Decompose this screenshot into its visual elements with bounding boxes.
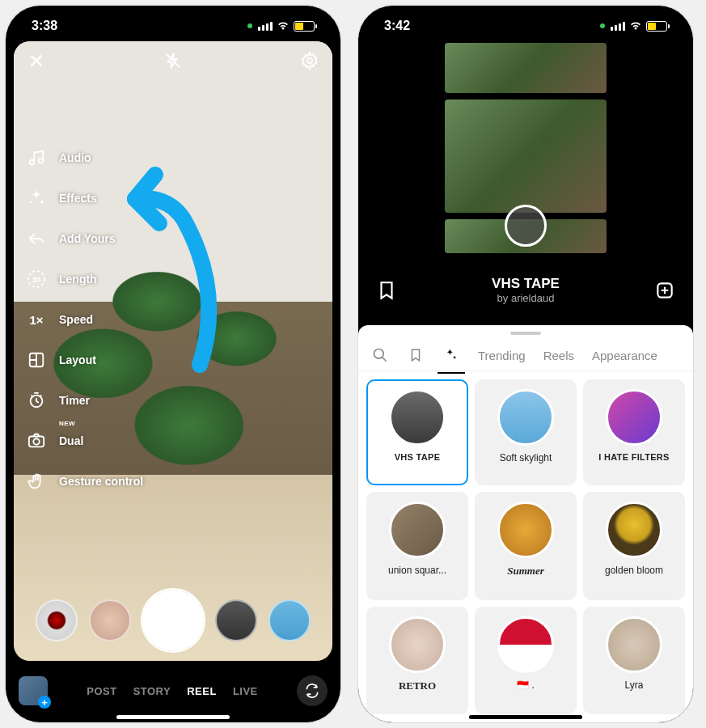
control-dual-label: Dual bbox=[59, 434, 83, 447]
effect-thumb-next1[interactable] bbox=[215, 599, 257, 641]
control-layout-label: Layout bbox=[59, 353, 96, 366]
settings-icon[interactable] bbox=[298, 49, 321, 72]
svg-point-8 bbox=[33, 438, 39, 444]
preview-effect-ring[interactable] bbox=[505, 205, 547, 247]
bottom-bar: POST STORY REEL LIVE bbox=[6, 667, 340, 714]
effect-thumb-icon bbox=[606, 502, 662, 558]
music-icon bbox=[25, 146, 48, 169]
status-right bbox=[247, 21, 315, 32]
effect-card-lyra[interactable]: Lyra bbox=[583, 607, 685, 714]
sparkle-icon bbox=[25, 187, 48, 210]
control-timer[interactable]: Timer bbox=[25, 389, 143, 412]
effect-thumb-icon bbox=[606, 389, 662, 446]
effect-card-retro[interactable]: RETRO bbox=[366, 607, 468, 714]
mode-story[interactable]: STORY bbox=[133, 685, 171, 697]
effect-card-label: 🇮🇩 . bbox=[517, 679, 535, 691]
mode-reel[interactable]: REEL bbox=[187, 685, 217, 697]
effect-thumb-icon bbox=[497, 616, 554, 673]
camera-top-row bbox=[25, 49, 321, 72]
tab-trending[interactable]: Trending bbox=[478, 349, 526, 362]
home-indicator[interactable] bbox=[469, 715, 582, 719]
wifi-icon bbox=[629, 21, 642, 31]
camera-icon bbox=[25, 430, 48, 452]
effect-card-summer[interactable]: Summer bbox=[475, 492, 577, 599]
control-layout[interactable]: Layout bbox=[25, 349, 143, 371]
effect-preview-area: VHS TAPE by arieldaud bbox=[358, 38, 693, 325]
preview-stack[interactable] bbox=[445, 43, 607, 253]
effect-carousel[interactable] bbox=[14, 588, 332, 653]
control-length-label: Length bbox=[59, 273, 97, 286]
effect-card-flag[interactable]: 🇮🇩 . bbox=[475, 607, 577, 714]
add-to-icon[interactable] bbox=[654, 280, 675, 301]
effect-thumb-prev1[interactable] bbox=[89, 599, 131, 641]
effects-grid[interactable]: VHS TAPE Soft skylight I HATE FILTERS un… bbox=[358, 371, 693, 722]
status-time: 3:38 bbox=[32, 19, 57, 33]
svg-point-0 bbox=[307, 58, 312, 63]
effect-card-label: Soft skylight bbox=[500, 452, 552, 463]
sheet-handle[interactable] bbox=[510, 332, 541, 335]
layout-icon bbox=[25, 349, 48, 371]
effect-card-label: golden bloom bbox=[605, 565, 663, 576]
control-add-yours[interactable]: Add Yours bbox=[25, 227, 143, 250]
mode-post[interactable]: POST bbox=[87, 685, 116, 697]
effect-thumb-icon bbox=[497, 502, 554, 558]
effect-card-union-square[interactable]: union squar... bbox=[366, 492, 468, 599]
controls-column: Audio Effects Add Yours 30 Length 1× Spe… bbox=[25, 146, 143, 493]
gallery-button[interactable] bbox=[19, 676, 48, 705]
effects-sheet: Trending Reels Appearance VHS TAPE Soft … bbox=[358, 325, 693, 722]
control-speed[interactable]: 1× Speed bbox=[25, 308, 143, 331]
wifi-icon bbox=[277, 21, 290, 31]
effect-card-soft-skylight[interactable]: Soft skylight bbox=[475, 379, 577, 485]
tab-saved-icon[interactable] bbox=[407, 346, 425, 364]
effect-card-label: Summer bbox=[507, 565, 544, 578]
control-gesture[interactable]: Gesture control bbox=[25, 470, 143, 493]
effect-thumb-prev2[interactable] bbox=[36, 599, 78, 641]
tab-reels[interactable]: Reels bbox=[543, 349, 574, 362]
preview-frame bbox=[445, 43, 607, 93]
battery-icon bbox=[646, 21, 667, 32]
effect-thumb-icon bbox=[497, 389, 554, 446]
effect-author[interactable]: by arieldaud bbox=[492, 292, 560, 304]
mode-live[interactable]: LIVE bbox=[233, 685, 258, 697]
effect-thumb-icon bbox=[389, 502, 446, 558]
tab-appearance[interactable]: Appearance bbox=[592, 349, 657, 362]
effect-card-label: RETRO bbox=[399, 679, 436, 692]
control-effects[interactable]: Effects bbox=[25, 187, 143, 210]
close-icon[interactable] bbox=[25, 49, 48, 72]
switch-camera-button[interactable] bbox=[297, 675, 328, 706]
capture-modes[interactable]: POST STORY REEL LIVE bbox=[48, 685, 297, 697]
hand-icon bbox=[25, 470, 48, 493]
shutter-button[interactable] bbox=[142, 590, 204, 651]
control-speed-label: Speed bbox=[59, 313, 93, 326]
effect-thumb-icon bbox=[606, 616, 662, 673]
phone-left: 3:38 Audio bbox=[5, 5, 341, 723]
status-bar: 3:38 bbox=[12, 12, 334, 40]
tab-search-icon[interactable] bbox=[371, 346, 389, 364]
control-audio[interactable]: Audio bbox=[25, 146, 143, 169]
tab-sparkle-icon[interactable] bbox=[442, 346, 460, 364]
effect-card-vhs[interactable]: VHS TAPE bbox=[366, 379, 468, 485]
control-audio-label: Audio bbox=[59, 151, 91, 164]
status-time: 3:42 bbox=[384, 19, 410, 33]
effect-card-hate-filters[interactable]: I HATE FILTERS bbox=[583, 379, 685, 485]
speed-value: 1× bbox=[29, 313, 43, 327]
effect-name: VHS TAPE bbox=[492, 276, 560, 292]
effect-title-row: VHS TAPE by arieldaud bbox=[358, 276, 693, 304]
effect-card-golden-bloom[interactable]: golden bloom bbox=[583, 492, 685, 599]
svg-text:30: 30 bbox=[32, 276, 40, 284]
bookmark-icon[interactable] bbox=[376, 280, 397, 301]
control-length[interactable]: 30 Length bbox=[25, 268, 143, 290]
effect-card-label: union squar... bbox=[388, 565, 446, 576]
control-timer-label: Timer bbox=[59, 394, 90, 407]
effect-thumb-next2[interactable] bbox=[268, 599, 311, 641]
control-dual[interactable]: NEW Dual bbox=[25, 430, 143, 452]
control-gesture-label: Gesture control bbox=[59, 475, 143, 488]
status-bar: 3:42 bbox=[365, 12, 687, 40]
home-indicator[interactable] bbox=[116, 715, 230, 719]
flash-off-icon[interactable] bbox=[162, 49, 184, 72]
effect-card-label: VHS TAPE bbox=[395, 452, 441, 462]
phone-right: 3:42 VHS TAPE by arieldaud bbox=[357, 5, 694, 723]
control-add-yours-label: Add Yours bbox=[59, 232, 116, 245]
speed-icon: 1× bbox=[25, 308, 48, 331]
status-right bbox=[600, 21, 667, 32]
